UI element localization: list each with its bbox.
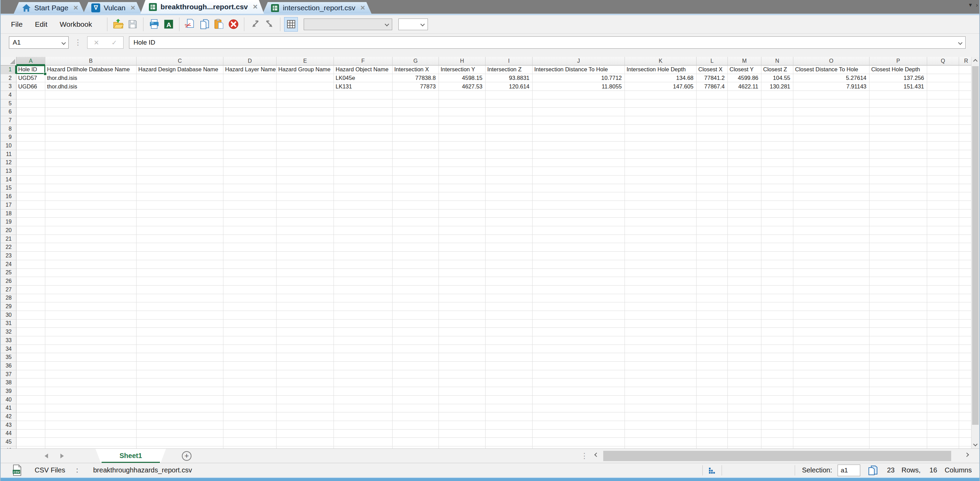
cell-P27[interactable]	[870, 286, 927, 294]
cell-D38[interactable]	[223, 378, 277, 387]
cell-G41[interactable]	[393, 404, 439, 413]
cell-E28[interactable]	[277, 294, 334, 303]
cell-P30[interactable]	[870, 311, 927, 319]
cell-Q22[interactable]	[927, 243, 959, 252]
cell-J14[interactable]	[533, 176, 625, 184]
cell-K4[interactable]	[625, 91, 697, 99]
cell-G29[interactable]	[393, 302, 439, 311]
cell-I5[interactable]	[485, 99, 533, 108]
fill-handle[interactable]	[44, 72, 47, 75]
cell-P25[interactable]	[870, 269, 927, 277]
row-header-5[interactable]: 5	[1, 99, 16, 108]
cell-C10[interactable]	[137, 141, 223, 150]
cell-D18[interactable]	[223, 210, 277, 218]
cell-O23[interactable]	[793, 252, 870, 260]
cell-C11[interactable]	[137, 150, 223, 159]
scroll-down-icon[interactable]	[971, 440, 979, 448]
cell-B12[interactable]	[45, 159, 137, 167]
row-header-1[interactable]: 1	[1, 65, 16, 74]
cell-C4[interactable]	[137, 91, 223, 99]
cell-G44[interactable]	[393, 430, 439, 438]
cell-E21[interactable]	[277, 235, 334, 243]
column-header-H[interactable]: H	[439, 57, 485, 65]
cell-A31[interactable]	[16, 319, 45, 328]
cell-J31[interactable]	[533, 319, 625, 328]
cell-L13[interactable]	[697, 167, 728, 176]
cell-I18[interactable]	[485, 210, 533, 218]
cell-A25[interactable]	[16, 269, 45, 277]
cell-F28[interactable]	[334, 294, 393, 303]
cell-A16[interactable]	[16, 192, 45, 201]
column-header-F[interactable]: F	[334, 57, 393, 65]
cell-B26[interactable]	[45, 277, 137, 286]
column-header-J[interactable]: J	[533, 57, 625, 65]
cell-F9[interactable]	[334, 133, 393, 142]
cell-L38[interactable]	[697, 378, 728, 387]
cell-M18[interactable]	[728, 210, 761, 218]
cell-M16[interactable]	[728, 192, 761, 201]
cell-F36[interactable]	[334, 362, 393, 370]
cell-Q29[interactable]	[927, 302, 959, 311]
cell-I24[interactable]	[485, 260, 533, 269]
cell-K15[interactable]	[625, 184, 697, 193]
cell-O4[interactable]	[793, 91, 870, 99]
cell-K44[interactable]	[625, 430, 697, 438]
row-header-32[interactable]: 32	[1, 328, 16, 337]
cell-O20[interactable]	[793, 226, 870, 235]
cell-F8[interactable]	[334, 125, 393, 133]
cell-B45[interactable]	[45, 438, 137, 446]
cell-N35[interactable]	[761, 353, 793, 362]
cell-N43[interactable]	[761, 421, 793, 430]
cell-E34[interactable]	[277, 345, 334, 354]
cell-I40[interactable]	[485, 395, 533, 404]
cell-L39[interactable]	[697, 387, 728, 395]
cell-B30[interactable]	[45, 311, 137, 319]
cell-G38[interactable]	[393, 378, 439, 387]
cell-G13[interactable]	[393, 167, 439, 176]
cell-C17[interactable]	[137, 201, 223, 210]
cell-G21[interactable]	[393, 235, 439, 243]
cell-A1[interactable]: Hole ID	[16, 65, 45, 74]
cell-P43[interactable]	[870, 421, 927, 430]
cell-C14[interactable]	[137, 176, 223, 184]
row-header-40[interactable]: 40	[1, 395, 16, 404]
cell-I43[interactable]	[485, 421, 533, 430]
cell-L20[interactable]	[697, 226, 728, 235]
cell-D44[interactable]	[223, 430, 277, 438]
cell-P13[interactable]	[870, 167, 927, 176]
cell-E17[interactable]	[277, 201, 334, 210]
cell-E40[interactable]	[277, 395, 334, 404]
cell-A44[interactable]	[16, 430, 45, 438]
cell-N45[interactable]	[761, 438, 793, 446]
cell-E16[interactable]	[277, 192, 334, 201]
cell-Q28[interactable]	[927, 294, 959, 303]
cell-N26[interactable]	[761, 277, 793, 286]
cell-F6[interactable]	[334, 108, 393, 116]
cell-H34[interactable]	[439, 345, 485, 354]
cell-G4[interactable]	[393, 91, 439, 99]
cell-E45[interactable]	[277, 438, 334, 446]
cell-G23[interactable]	[393, 252, 439, 260]
cell-E12[interactable]	[277, 159, 334, 167]
cell-C12[interactable]	[137, 159, 223, 167]
cell-Q17[interactable]	[927, 201, 959, 210]
cell-M1[interactable]: Closest Y	[728, 65, 761, 74]
cell-C29[interactable]	[137, 302, 223, 311]
cell-Q45[interactable]	[927, 438, 959, 446]
cell-O34[interactable]	[793, 345, 870, 354]
cell-F19[interactable]	[334, 218, 393, 226]
cell-B43[interactable]	[45, 421, 137, 430]
cell-J39[interactable]	[533, 387, 625, 395]
cell-M10[interactable]	[728, 141, 761, 150]
tab-vulcan[interactable]: ∇Vulcan✕	[83, 2, 142, 14]
cell-D29[interactable]	[223, 302, 277, 311]
cell-J21[interactable]	[533, 235, 625, 243]
cell-Q37[interactable]	[927, 370, 959, 379]
cell-E7[interactable]	[277, 116, 334, 125]
cell-H16[interactable]	[439, 192, 485, 201]
cell-B41[interactable]	[45, 404, 137, 413]
cell-F15[interactable]	[334, 184, 393, 193]
cell-G14[interactable]	[393, 176, 439, 184]
cell-C20[interactable]	[137, 226, 223, 235]
cell-Q30[interactable]	[927, 311, 959, 319]
